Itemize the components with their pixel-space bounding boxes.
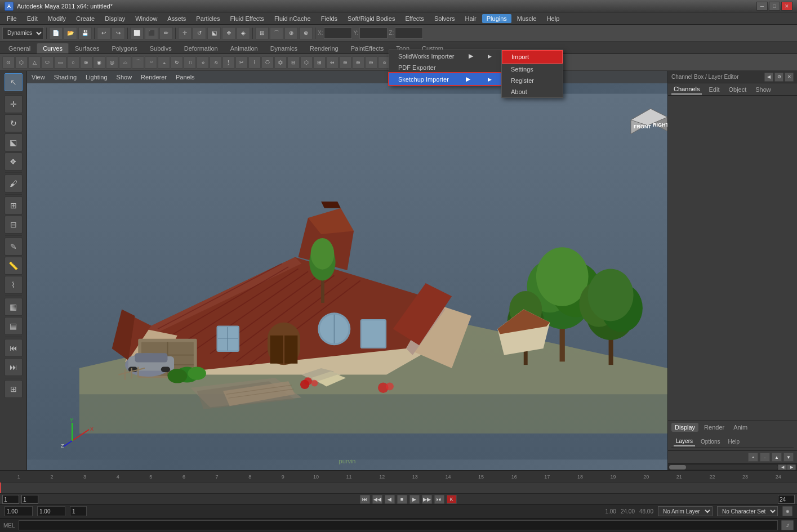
layer-delete-btn[interactable]: - xyxy=(760,453,770,462)
mel-input[interactable] xyxy=(19,520,778,530)
vp-menu-renderer[interactable]: Renderer xyxy=(141,74,167,81)
next-key-btn[interactable]: ⏭ xyxy=(5,358,23,376)
cvcrv-btn[interactable]: ⌓ xyxy=(119,56,131,69)
start-frame-input[interactable] xyxy=(2,495,19,504)
maximize-button[interactable]: □ xyxy=(769,2,780,11)
z-input[interactable] xyxy=(395,28,423,39)
annotate-btn[interactable]: ✎ xyxy=(5,238,23,256)
scale-btn[interactable]: ⬕ xyxy=(207,27,221,39)
select-btn[interactable]: ⬜ xyxy=(130,27,144,39)
import-item[interactable]: Import xyxy=(502,50,563,64)
step-back-btn[interactable]: ◀◀ xyxy=(372,495,382,504)
proxy-btn[interactable]: ⊞ xyxy=(313,56,326,69)
open-scene-btn[interactable]: 📂 xyxy=(64,27,77,39)
transform-tool-btn[interactable]: ❖ xyxy=(5,153,23,171)
menu-edit[interactable]: Edit xyxy=(23,14,42,23)
menu-fluid-effects[interactable]: Fluid Effects xyxy=(226,14,269,23)
menu-solvers[interactable]: Solvers xyxy=(430,14,460,23)
status-val1[interactable] xyxy=(5,506,33,516)
tab-subdivs[interactable]: Subdivs xyxy=(144,43,178,53)
separate-btn[interactable]: ⊖ xyxy=(365,56,377,69)
play-btn[interactable]: ▶ xyxy=(409,495,420,504)
measure-btn[interactable]: 📏 xyxy=(5,257,23,275)
move-tool-btn[interactable]: ✛ xyxy=(5,95,23,113)
display-tab[interactable]: Display xyxy=(671,423,698,432)
nurbs-btn[interactable]: ◉ xyxy=(93,56,105,69)
dynamics-dropdown[interactable]: Dynamics xyxy=(2,27,44,39)
solidworks-importer-item[interactable]: SolidWorks Importer ▶ xyxy=(389,50,501,62)
script-btn[interactable]: ⎎ xyxy=(781,520,794,530)
edit-tab[interactable]: Edit xyxy=(706,85,722,94)
menu-fields[interactable]: Fields xyxy=(317,14,342,23)
snap-view-btn[interactable]: ⊗ xyxy=(299,27,313,39)
redo-btn[interactable]: ↪ xyxy=(112,27,125,39)
torus-btn[interactable]: ⊗ xyxy=(80,56,92,69)
paint-skin-btn[interactable]: 🖌 xyxy=(5,175,23,193)
channels-tab[interactable]: Channels xyxy=(671,84,702,95)
play-back-btn[interactable]: ◀ xyxy=(385,495,395,504)
sphere-btn[interactable]: ○ xyxy=(67,56,79,69)
snap-grid-btn[interactable]: ⊞ xyxy=(255,27,269,39)
subsurf-btn[interactable]: ⏣ xyxy=(274,56,287,69)
universal-manip-btn[interactable]: ❖ xyxy=(222,27,235,39)
about-item[interactable]: About xyxy=(502,86,563,97)
menu-file[interactable]: File xyxy=(2,14,21,23)
vp-menu-panels[interactable]: Panels xyxy=(176,74,195,81)
extrude-btn[interactable]: ⟁ xyxy=(158,56,170,69)
soft-mod-btn[interactable]: ◈ xyxy=(237,27,250,39)
scrollbar-thumb[interactable] xyxy=(669,465,686,470)
show-tab[interactable]: Show xyxy=(753,85,773,94)
ipr-region-btn[interactable]: ▤ xyxy=(5,317,23,335)
close-button[interactable]: ✕ xyxy=(781,2,792,11)
anim-tab[interactable]: Anim xyxy=(730,423,751,432)
menu-muscle[interactable]: Muscle xyxy=(513,14,541,23)
minimize-button[interactable]: ─ xyxy=(756,2,768,11)
scale-tool-btn[interactable]: ⬕ xyxy=(5,133,23,151)
register-item[interactable]: Register xyxy=(502,75,563,86)
tab-deformation[interactable]: Deformation xyxy=(178,43,224,53)
menu-fluid-ncache[interactable]: Fluid nCache xyxy=(270,14,315,23)
menu-modify[interactable]: Modify xyxy=(43,14,70,23)
layer-new-btn[interactable]: + xyxy=(748,453,758,462)
go-end-btn[interactable]: ⏭ xyxy=(434,495,444,504)
hide-manip-btn[interactable]: ⊟ xyxy=(5,216,23,234)
rotate-btn[interactable]: ↺ xyxy=(193,27,206,39)
stop-btn[interactable]: ■ xyxy=(397,495,407,504)
bevel-btn[interactable]: ⎒ xyxy=(197,56,209,69)
boolean-btn[interactable]: ⊕ xyxy=(339,56,351,69)
show-manip-btn[interactable]: ⊞ xyxy=(5,196,23,214)
anim-layer-select[interactable]: No Anim Layer xyxy=(658,506,713,516)
tab-polygons[interactable]: Polygons xyxy=(105,43,143,53)
move-btn[interactable]: ✛ xyxy=(178,27,192,39)
select-mode-btn[interactable]: ↖ xyxy=(5,73,23,91)
menu-particles[interactable]: Particles xyxy=(192,14,224,23)
menu-window[interactable]: Window xyxy=(131,14,162,23)
frame-label-input[interactable] xyxy=(70,506,87,516)
persp-btn[interactable]: ⊙ xyxy=(2,56,15,69)
vp-menu-view[interactable]: View xyxy=(32,74,45,81)
step-fwd-btn[interactable]: ▶▶ xyxy=(422,495,432,504)
vp-menu-lighting[interactable]: Lighting xyxy=(86,74,108,81)
menu-help[interactable]: Help xyxy=(542,14,564,23)
undo-btn[interactable]: ↩ xyxy=(97,27,110,39)
paint-select-btn[interactable]: ✏ xyxy=(159,27,173,39)
tab-general[interactable]: General xyxy=(2,43,37,53)
tab-painteffects[interactable]: PaintEffects xyxy=(345,43,390,53)
char-set-select[interactable]: No Character Set xyxy=(717,506,778,516)
arc-btn[interactable]: ⌔ xyxy=(145,56,157,69)
help-tab[interactable]: Help xyxy=(725,437,742,446)
current-frame-input[interactable] xyxy=(21,495,38,504)
menu-display[interactable]: Display xyxy=(100,14,130,23)
tab-rendering[interactable]: Rendering xyxy=(304,43,345,53)
scroll-left-btn[interactable]: ◀ xyxy=(778,464,787,470)
prev-key-btn[interactable]: ⏮ xyxy=(5,339,23,357)
render-tab[interactable]: Render xyxy=(701,423,728,432)
revolve-btn[interactable]: ↻ xyxy=(171,56,183,69)
panel-close-btn[interactable]: ✕ xyxy=(785,73,794,82)
tab-surfaces[interactable]: Surfaces xyxy=(69,43,105,53)
auto-key-btn[interactable]: K xyxy=(447,495,457,504)
reduce-btn[interactable]: ⊟ xyxy=(287,56,300,69)
panel-btn-1[interactable]: ◀ xyxy=(764,73,773,82)
snap-to-grid-btn[interactable]: ⊞ xyxy=(5,380,23,398)
snap-curve-btn[interactable]: ⌒ xyxy=(270,27,283,39)
